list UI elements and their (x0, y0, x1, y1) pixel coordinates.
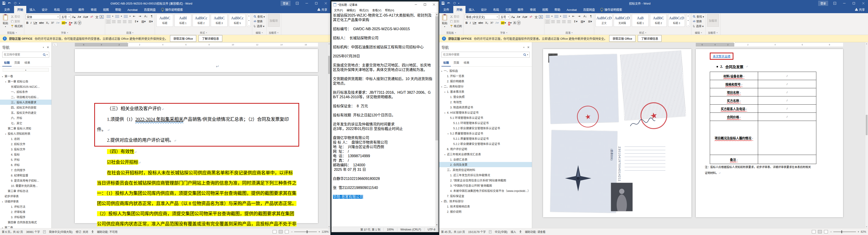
nav-item[interactable]: 1. 总则 (0, 136, 52, 141)
nav-tab-标题[interactable]: 标题 (2, 59, 11, 66)
scrollbar-thumb[interactable] (435, 16, 438, 140)
nav-item[interactable]: 8. 纪律和监督 (0, 173, 52, 178)
font-size-select[interactable]: 五号▾ (60, 14, 71, 19)
scroll-down-icon[interactable]: ▾ (688, 20, 688, 22)
enclose-char-button[interactable]: 字 (78, 21, 81, 25)
copy-button[interactable]: 复制 (11, 19, 23, 23)
style-标题 1[interactable]: AaBl标题 1 (175, 14, 191, 27)
bullets-button[interactable] (106, 15, 111, 18)
document-page[interactable]: （三）相关业绩及客户评价↵1.须提供（1）2022-2024 年拟集采相关产品销… (75, 76, 318, 223)
tab-文件[interactable]: 文件 (0, 6, 14, 13)
nav-item[interactable]: 2. 报价明细表 (439, 79, 532, 84)
search-options-icon[interactable]: ▾ (527, 54, 528, 56)
table-value-cell[interactable]: / (758, 72, 816, 80)
nav-item[interactable]: ▾投标人须知前附表 (0, 131, 52, 136)
nav-item[interactable]: 3. 评标程序 (0, 214, 52, 219)
horizontal-ruler[interactable]: L 642246810121416 (52, 42, 328, 47)
fill-button[interactable]: ▨▾ (141, 20, 146, 23)
document-search-box[interactable]: ▾ (2, 52, 49, 58)
web-layout-icon[interactable] (285, 230, 289, 233)
tab-视图[interactable]: 视图 (100, 6, 112, 13)
scroll-down-icon[interactable]: ▼ (435, 223, 438, 227)
signin-button[interactable]: 登录 (818, 1, 828, 6)
language-indicator[interactable]: 中文(中国) (495, 230, 507, 234)
addins-button[interactable]: 加载项 (268, 14, 280, 27)
nav-item[interactable]: 1. 技术规格响应表 (439, 204, 532, 209)
table-value-cell[interactable]: / (758, 96, 816, 105)
dialog-launcher-icon[interactable]: ▸ (571, 32, 574, 34)
proofing-icon[interactable] (43, 230, 46, 233)
tab-文件[interactable]: 文件 (439, 6, 453, 13)
nav-tab-结果[interactable]: 结果 (462, 59, 471, 66)
chevron-down-icon[interactable]: ▾ (523, 46, 524, 49)
align-left-button[interactable] (546, 20, 549, 23)
borders-button[interactable]: ⊞▾ (148, 20, 153, 23)
cut-button[interactable]: 剪切 (11, 14, 23, 18)
minimize-button[interactable] (302, 0, 311, 6)
nav-tab-页面[interactable]: 页面 (452, 59, 461, 66)
line-spacing-button[interactable]: ⇕▾ (573, 20, 578, 23)
character-border-button[interactable]: A (539, 15, 543, 19)
language-indicator[interactable]: 简体中文(中国大陆) (49, 230, 72, 234)
justify-button[interactable] (123, 20, 126, 23)
tab-selector[interactable]: L (53, 43, 57, 47)
dialog-launcher-icon[interactable]: ▸ (716, 32, 718, 34)
table-value-cell[interactable]: / (758, 113, 816, 121)
format-painter-button[interactable]: 格式刷 (11, 24, 23, 28)
nav-item[interactable]: 三、其他资信证明材料 (439, 167, 532, 172)
fill-button[interactable]: ▨▾ (580, 20, 586, 23)
tell-me-search[interactable]: 操作说明搜索 (598, 6, 624, 13)
page-fragment[interactable]: ↵ (75, 49, 318, 72)
tab-帮助[interactable]: 帮助 (112, 6, 124, 13)
nav-item[interactable]: 一、招标条件 (0, 89, 52, 94)
scrollbar-thumb[interactable] (866, 115, 868, 135)
nav-item[interactable]: 4. 投标 (0, 152, 52, 157)
subscript-button[interactable]: X₂ (45, 21, 50, 25)
nav-item[interactable]: ▾第一章 招标公告 (0, 79, 52, 84)
zoom-slider[interactable] (833, 232, 856, 232)
nav-item[interactable]: 第二章 投标人须知 (0, 126, 52, 131)
dialog-launcher-icon[interactable]: ▸ (16, 32, 18, 34)
bold-button[interactable]: B (26, 21, 29, 25)
style-标题 2[interactable]: AaBbC标题 2 (650, 14, 667, 27)
proofing-icon[interactable] (489, 230, 492, 233)
nav-item[interactable]: 2. “国家企业信用信息公示系统”网站查询截图 (439, 178, 532, 183)
shading-button[interactable]: A (74, 21, 77, 25)
insert-mode[interactable]: 插入 (510, 230, 516, 234)
show-marks-button[interactable]: ¶ (150, 14, 153, 18)
notepad-close-button[interactable] (430, 2, 438, 7)
sort-button[interactable]: A↓ (144, 14, 148, 18)
zoom-slider[interactable] (294, 232, 317, 232)
search-icon[interactable] (43, 53, 46, 56)
nav-item[interactable]: 7. 投标保证金 (439, 193, 532, 199)
titlebar[interactable]: ▾ GWDC-NB-2025-WZGS-WJ-00015招标文件 [兼容模式] … (0, 0, 331, 6)
tab-视图[interactable]: 视图 (539, 6, 551, 13)
nav-item[interactable]: ▾一、投标函 (439, 68, 532, 73)
shrink-font-button[interactable]: A▾ (77, 15, 82, 19)
tab-设计[interactable]: 设计 (478, 6, 490, 13)
copy-button[interactable]: 复制 (450, 19, 462, 23)
highlight-button[interactable]: ab▾ (61, 21, 67, 25)
document-page[interactable]: 本次暂无业绩 2. 合同及发票 ↵ 材料/设备名称↵/规格和型号↵/项目名称↵/… (696, 49, 843, 217)
nav-tab-页面[interactable]: 页面 (12, 59, 22, 66)
numbering-button[interactable] (554, 15, 558, 18)
nav-item[interactable]: ▾4. HSE管理体系认证证书 (439, 110, 532, 115)
scanned-page[interactable]: ★ ★ 230104197004014211 (普通合伙) (543, 49, 691, 217)
undo-icon[interactable] (8, 2, 11, 5)
menu-格式(O)[interactable]: 格式(O) (358, 7, 370, 13)
justify-button[interactable] (562, 20, 566, 23)
accessibility-status[interactable]: 辅助功能: 不可用 (97, 230, 118, 234)
nav-item[interactable]: 5. 开标 (0, 157, 52, 162)
nav-item[interactable]: 三、投标人资格要求 (0, 99, 52, 105)
minimize-button[interactable] (839, 0, 849, 6)
replace-button[interactable]: ab替换 (254, 19, 265, 23)
align-left-button[interactable] (106, 20, 110, 23)
signin-button[interactable]: 登录 (281, 1, 290, 6)
increase-indent-button[interactable]: ⇥ (138, 14, 142, 18)
clear-format-icon[interactable] (529, 15, 533, 19)
ribbon-display-options-icon[interactable] (830, 0, 839, 6)
tab-开始[interactable]: 开始 (453, 6, 465, 13)
increase-indent-button[interactable]: ⇥ (577, 14, 581, 18)
notepad-minimize-button[interactable] (411, 2, 421, 7)
phonetic-guide-button[interactable]: 文 (534, 15, 538, 19)
